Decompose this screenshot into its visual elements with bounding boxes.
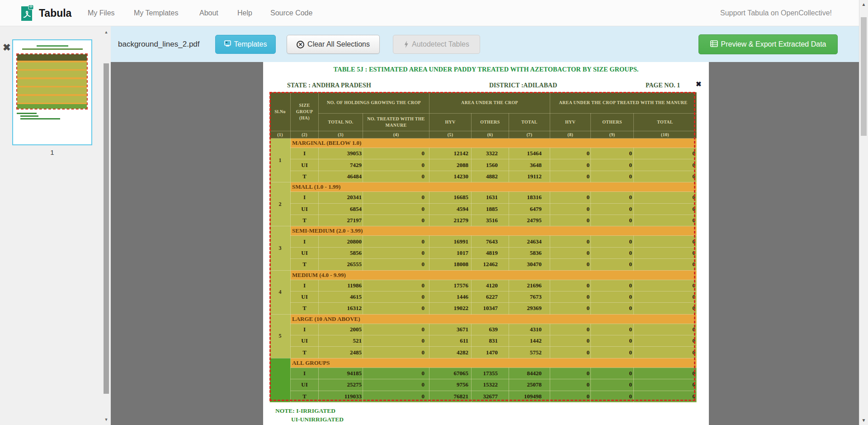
value-cell: 5856	[319, 247, 363, 258]
col-header-area-group: AREA UNDER THE CROP	[429, 92, 550, 114]
value-cell: 18008	[429, 259, 472, 270]
table-row: T163120190221034729369000	[270, 303, 697, 314]
brand-title: Tabula	[39, 0, 71, 26]
value-cell: 25275	[319, 379, 363, 391]
value-cell: 0	[550, 303, 591, 314]
col-number: (7)	[509, 131, 550, 138]
template-upload-icon	[224, 40, 231, 48]
value-cell: 0	[634, 335, 697, 347]
support-link[interactable]: Support Tabula on OpenCollective!	[720, 0, 832, 26]
table-row: UI58560101748195836000	[270, 247, 697, 258]
nav-item-about[interactable]: About	[199, 0, 218, 26]
autodetect-button-label: Autodetect Tables	[412, 40, 469, 48]
value-cell: 0	[363, 148, 429, 159]
value-cell: 119033	[319, 391, 363, 402]
table-row: I20341016685163118316000	[270, 192, 697, 203]
value-cell: 0	[550, 391, 591, 402]
value-cell: 611	[429, 335, 472, 347]
col-subheader: NO. TREATED WITH THE MANURE	[363, 114, 429, 131]
value-cell: 0	[634, 171, 697, 182]
window-scrollbar[interactable]: ▲ ▼	[859, 0, 868, 425]
value-cell: 12462	[472, 259, 509, 270]
value-cell: 24795	[509, 215, 550, 226]
templates-button[interactable]: Templates	[215, 35, 276, 54]
row-label-cell: I	[291, 236, 319, 247]
col-subheader: TOTAL NO.	[319, 114, 363, 131]
value-cell: 0	[550, 259, 591, 270]
value-cell: 17576	[429, 280, 472, 291]
value-cell: 17355	[472, 368, 509, 379]
remove-page-icon[interactable]: ✖	[3, 43, 11, 52]
value-cell: 0	[363, 368, 429, 379]
value-cell: 0	[591, 215, 634, 226]
nav-item-source-code[interactable]: Source Code	[270, 0, 312, 26]
value-cell: 20341	[319, 192, 363, 203]
window-scrollbar-thumb[interactable]	[861, 17, 867, 136]
row-label-cell: UI	[291, 291, 319, 302]
value-cell: 0	[363, 391, 429, 402]
nav-item-my-templates[interactable]: My Templates	[134, 0, 178, 26]
value-cell: 0	[591, 391, 634, 402]
col-number: (5)	[429, 131, 472, 138]
value-cell: 18316	[509, 192, 550, 203]
table-row: UI74290208815603648000	[270, 159, 697, 171]
scroll-up-icon[interactable]: ▲	[103, 30, 110, 34]
value-cell: 0	[634, 259, 697, 270]
page-thumbnails-sidebar: ✖ 1 ▲ ▼	[0, 26, 111, 425]
thumb-note-line	[17, 113, 37, 114]
value-cell: 0	[363, 347, 429, 358]
value-cell: 1885	[472, 203, 509, 215]
value-cell: 0	[591, 379, 634, 391]
table-row: T265550180081246230470000	[270, 259, 697, 270]
value-cell: 0	[591, 291, 634, 302]
table-row: I11986017576412021696000	[270, 280, 697, 291]
value-cell: 0	[363, 203, 429, 215]
value-cell: 0	[591, 148, 634, 159]
value-cell: 14230	[429, 171, 472, 182]
value-cell: 0	[634, 159, 697, 171]
value-cell: 5836	[509, 247, 550, 258]
sidebar-scrollbar-thumb[interactable]	[104, 63, 109, 394]
slno-cell: 4	[270, 270, 291, 314]
value-cell: 0	[550, 236, 591, 247]
value-cell: 3671	[429, 324, 472, 335]
value-cell: 1442	[509, 335, 550, 347]
row-label-cell: T	[291, 259, 319, 270]
size-group-name: MARGINAL (BELOW 1.0)	[291, 138, 697, 148]
row-label-cell: UI	[291, 203, 319, 215]
table-row: T11903307682132677109498000	[270, 391, 697, 402]
value-cell: 30470	[509, 259, 550, 270]
table-row: I941850670651735584420000	[270, 368, 697, 379]
row-label-cell: I	[291, 280, 319, 291]
value-cell: 4594	[429, 203, 472, 215]
autodetect-tables-button: Autodetect Tables	[393, 35, 480, 54]
size-group-band: ALL GROUPS	[270, 358, 697, 368]
value-cell: 3516	[472, 215, 509, 226]
sidebar-scrollbar[interactable]: ▲ ▼	[103, 26, 110, 425]
scroll-up-icon[interactable]: ▲	[859, 2, 868, 7]
value-cell: 9756	[429, 379, 472, 391]
size-group-band: 2SMALL (1.0 - 1.99)	[270, 182, 697, 192]
nav-item-my-files[interactable]: My Files	[88, 0, 115, 26]
pdf-page[interactable]: TABLE 5J : ESTIMATED AREA UNDER PADDY TR…	[263, 62, 709, 425]
value-cell: 0	[591, 159, 634, 171]
value-cell: 0	[550, 291, 591, 302]
scroll-down-icon[interactable]: ▼	[103, 417, 110, 422]
selection-close-icon[interactable]: ✖	[696, 81, 702, 88]
value-cell: 1446	[429, 291, 472, 302]
scroll-down-icon[interactable]: ▼	[859, 418, 868, 423]
nav-item-help[interactable]: Help	[237, 0, 252, 26]
value-cell: 0	[591, 303, 634, 314]
value-cell: 0	[550, 203, 591, 215]
thumb-title-line	[37, 45, 68, 47]
document-toolbar: background_lines_2.pdf Templates ✕ Clear…	[111, 26, 859, 62]
preview-export-button[interactable]: Preview & Export Extracted Data	[698, 34, 838, 54]
value-cell: 3648	[509, 159, 550, 171]
value-cell: 0	[591, 368, 634, 379]
page-thumbnail[interactable]	[12, 39, 92, 145]
pdf-note-line-1: NOTE: I-IRRIGATED	[275, 407, 335, 415]
thumb-note-line	[20, 118, 60, 119]
value-cell: 0	[363, 159, 429, 171]
slno-cell: 5	[270, 314, 291, 358]
clear-all-selections-button[interactable]: ✕ Clear All Selections	[287, 35, 380, 54]
